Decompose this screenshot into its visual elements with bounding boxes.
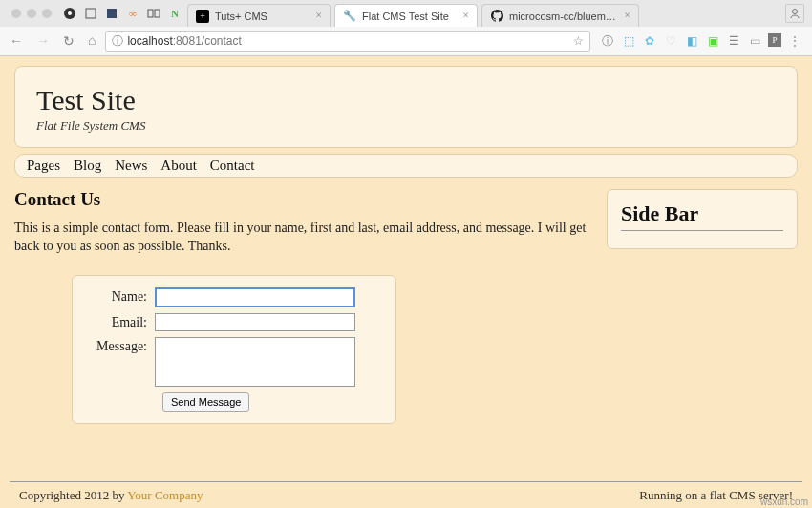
page-heading: Contact Us bbox=[14, 189, 589, 210]
plus-icon: + bbox=[196, 10, 209, 23]
browser-tab-2[interactable]: 🔧 Flat CMS Test Site × bbox=[334, 4, 478, 27]
name-input[interactable] bbox=[155, 287, 355, 307]
svg-rect-4 bbox=[148, 10, 153, 17]
nav-item-contact[interactable]: Contact bbox=[210, 158, 255, 174]
reload-button[interactable]: ↻ bbox=[59, 33, 78, 50]
company-link[interactable]: Your Company bbox=[127, 488, 203, 502]
tab-close-icon[interactable]: × bbox=[315, 9, 322, 23]
tab-title: Tuts+ CMS bbox=[215, 11, 310, 22]
ext-icon-4[interactable]: ♡ bbox=[663, 33, 678, 49]
message-input[interactable] bbox=[155, 337, 355, 387]
nav-item-pages[interactable]: Pages bbox=[27, 158, 60, 174]
email-label: Email: bbox=[88, 313, 155, 330]
copyright-text: Copyrighted 2012 by bbox=[19, 488, 127, 502]
app-icon-1[interactable] bbox=[62, 6, 77, 21]
site-footer: Copyrighted 2012 by Your Company Running… bbox=[10, 481, 802, 508]
browser-tab-3[interactable]: microcosm-cc/bluemonday: b × bbox=[481, 4, 639, 27]
contact-form: Name: Email: Message: Send Message bbox=[72, 275, 396, 424]
svg-rect-2 bbox=[86, 9, 96, 18]
ext-icon-2[interactable]: ⬚ bbox=[621, 33, 636, 49]
page-content: Test Site Flat File System CMS Pages Blo… bbox=[0, 56, 812, 508]
app-icon-5[interactable] bbox=[146, 6, 161, 21]
tab-title: microcosm-cc/bluemonday: b bbox=[509, 11, 618, 22]
wrench-icon: 🔧 bbox=[343, 10, 356, 23]
tab-bar: ∞ N + Tuts+ CMS × 🔧 Flat CMS Test Site ×… bbox=[0, 0, 812, 27]
site-header: Test Site Flat File System CMS bbox=[14, 66, 798, 148]
name-label: Name: bbox=[88, 287, 155, 305]
nav-item-blog[interactable]: Blog bbox=[74, 158, 101, 174]
footer-left: Copyrighted 2012 by Your Company bbox=[19, 488, 203, 503]
site-title: Test Site bbox=[36, 84, 776, 116]
tab-close-icon[interactable]: × bbox=[624, 9, 630, 23]
tab-close-icon[interactable]: × bbox=[462, 9, 469, 23]
user-icon bbox=[789, 8, 801, 19]
send-message-button[interactable]: Send Message bbox=[162, 392, 249, 412]
back-button[interactable]: ← bbox=[6, 33, 27, 49]
address-bar: ← → ↻ ⌂ ⓘ localhost:8081/contact ☆ ⓘ ⬚ ✿… bbox=[0, 27, 812, 55]
ext-icon-1[interactable]: ⓘ bbox=[600, 33, 615, 49]
github-icon bbox=[490, 10, 503, 23]
forward-button[interactable]: → bbox=[32, 33, 53, 49]
browser-tab-1[interactable]: + Tuts+ CMS × bbox=[187, 4, 331, 27]
browser-chrome: ∞ N + Tuts+ CMS × 🔧 Flat CMS Test Site ×… bbox=[0, 0, 812, 56]
ext-icon-6[interactable]: ▣ bbox=[705, 33, 720, 49]
bookmark-star-icon[interactable]: ☆ bbox=[573, 34, 584, 48]
app-icon-6[interactable]: N bbox=[167, 6, 182, 21]
svg-point-1 bbox=[68, 11, 72, 15]
extension-icons: ⓘ ⬚ ✿ ♡ ◧ ▣ ☰ ▭ P ⋮ bbox=[596, 33, 806, 49]
info-icon[interactable]: ⓘ bbox=[112, 33, 123, 50]
ext-icon-5[interactable]: ◧ bbox=[684, 33, 699, 49]
ext-icon-7[interactable]: ☰ bbox=[726, 33, 741, 49]
nav-item-news[interactable]: News bbox=[115, 158, 147, 174]
email-input[interactable] bbox=[155, 313, 355, 331]
sidebar-box: Side Bar bbox=[607, 189, 798, 249]
window-minimize-icon[interactable] bbox=[27, 9, 36, 18]
app-icon-4[interactable]: ∞ bbox=[125, 6, 140, 21]
window-maximize-icon[interactable] bbox=[42, 9, 52, 18]
ext-icon-8[interactable]: ▭ bbox=[747, 33, 762, 49]
nav-item-about[interactable]: About bbox=[160, 158, 197, 174]
url-host: localhost bbox=[127, 34, 172, 48]
window-controls bbox=[4, 9, 59, 18]
message-label: Message: bbox=[88, 337, 155, 354]
tab-title: Flat CMS Test Site bbox=[362, 11, 457, 22]
sidebar-title: Side Bar bbox=[621, 201, 783, 231]
home-button[interactable]: ⌂ bbox=[84, 33, 99, 49]
app-icon-2[interactable] bbox=[83, 6, 98, 21]
watermark: wsxdn.com bbox=[760, 497, 808, 507]
menu-icon[interactable]: ⋮ bbox=[787, 33, 802, 49]
user-menu-button[interactable] bbox=[785, 4, 804, 23]
window-close-icon[interactable] bbox=[11, 9, 21, 18]
main-nav: Pages Blog News About Contact bbox=[14, 154, 798, 178]
site-subtitle: Flat File System CMS bbox=[36, 118, 776, 134]
url-path: :8081/contact bbox=[173, 34, 242, 48]
svg-rect-5 bbox=[155, 10, 160, 17]
page-description: This is a simple contact form. Please fi… bbox=[14, 220, 589, 256]
svg-rect-3 bbox=[107, 9, 117, 18]
ext-icon-3[interactable]: ✿ bbox=[642, 33, 657, 49]
sidebar-column: Side Bar bbox=[607, 189, 798, 424]
main-column: Contact Us This is a simple contact form… bbox=[14, 189, 589, 424]
svg-point-6 bbox=[793, 10, 798, 14]
url-input[interactable]: ⓘ localhost:8081/contact ☆ bbox=[105, 31, 590, 52]
ext-icon-9[interactable]: P bbox=[768, 33, 781, 47]
app-icon-3[interactable] bbox=[104, 6, 119, 21]
